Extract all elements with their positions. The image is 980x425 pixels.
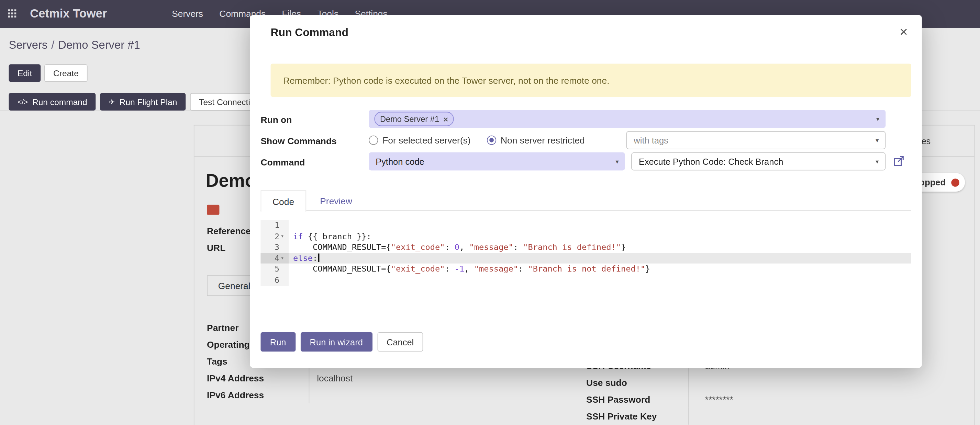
code-line[interactable]: if {{ branch }}: [289,231,911,242]
status-dot-icon [951,178,959,186]
breadcrumb-servers[interactable]: Servers [9,39,48,51]
warning-alert: Remember: Python code is executed on the… [271,64,911,97]
gutter-line[interactable]: 6 [261,274,289,285]
gutter-line[interactable]: 5 [261,264,289,274]
field-value [688,408,843,425]
show-commands-radios: For selected server(s) Non server restri… [369,131,585,149]
radio-non-server-restricted[interactable] [487,136,496,145]
fold-icon[interactable]: ▾ [279,255,289,261]
radio-non-server-restricted-label[interactable]: Non server restricted [501,135,585,145]
app-title[interactable]: Cetmix Tower [30,7,107,21]
field-value [309,387,455,403]
breadcrumb-current: Demo Server #1 [58,39,140,51]
field-value [688,374,843,391]
apps-grid-icon[interactable] [8,9,17,18]
paper-plane-icon: ✈ [109,97,115,106]
field-row: IPv4 Address localhost [207,370,454,387]
run-button[interactable]: Run [261,332,295,352]
modal-footer: Run Run in wizard Cancel [261,332,423,352]
command-label: Command [261,156,305,168]
field-value: localhost [309,370,455,387]
modal-title: Run Command [271,24,348,41]
tab-preview[interactable]: Preview [310,190,362,211]
run-command-modal: Run Command ✕ Remember: Python code is e… [250,15,922,368]
field-label: IPv6 Address [207,387,309,403]
run-flight-plan-button[interactable]: ✈ Run Flight Plan [100,93,186,111]
field-label: SSH Private Key [586,408,688,425]
command-type-select[interactable]: Python code ▾ [369,152,625,171]
edit-button[interactable]: Edit [9,64,41,82]
run-command-button[interactable]: </> Run command [9,93,96,111]
chip-remove-icon[interactable]: ✕ [443,115,449,123]
field-row: Use sudo [586,374,843,391]
gutter-line[interactable]: 2▾ [261,231,289,242]
field-label: Use sudo [586,374,688,391]
screen: Cetmix Tower Servers Commands Files Tool… [0,0,980,425]
run-in-wizard-button[interactable]: Run in wizard [300,332,372,352]
code-line[interactable]: COMMAND_RESULT={"exit_code": 0, "message… [289,242,911,253]
field-row: SSH Password ******** [586,391,843,408]
create-button[interactable]: Create [45,64,88,82]
editor-gutter: 12▾34▾56 [261,220,289,286]
radio-for-selected-servers-label[interactable]: For selected server(s) [382,135,471,145]
code-line[interactable] [289,274,911,285]
chevron-down-icon[interactable]: ▾ [875,136,879,143]
show-commands-label: Show Commands [261,135,336,147]
breadcrumb-separator: / [51,39,54,51]
breadcrumb: Servers/Demo Server #1 [9,39,140,52]
field-row: IPv6 Address [207,387,454,403]
server-color-swatch [207,205,219,215]
run-on-select[interactable]: Demo Server #1 ✕ ▾ [369,110,886,128]
fold-icon[interactable]: ▾ [279,233,289,239]
code-line[interactable]: COMMAND_RESULT={"exit_code": -1, "messag… [289,264,911,274]
close-icon[interactable]: ✕ [899,24,908,41]
tab-code[interactable]: Code [261,190,306,212]
field-row: SSH Private Key [586,408,843,425]
chevron-down-icon[interactable]: ▾ [875,158,879,165]
cancel-button[interactable]: Cancel [377,332,423,352]
external-link-icon[interactable] [892,155,905,167]
field-label: SSH Password [586,391,688,408]
menu-servers[interactable]: Servers [172,9,203,19]
form-buttons-row: Edit Create [9,64,87,82]
tags-select[interactable]: with tags ▾ [627,131,886,149]
code-icon: </> [18,98,28,106]
chevron-down-icon[interactable]: ▾ [876,115,879,122]
editor-lines: if {{ branch }}: COMMAND_RESULT={"exit_c… [289,220,911,285]
text-cursor [318,254,319,262]
field-value: ******** [688,391,843,408]
run-on-label: Run on [261,114,292,126]
code-line[interactable]: else: [289,253,911,264]
command-select[interactable]: Execute Python Code: Check Branch ▾ [631,152,886,171]
gutter-line[interactable]: 3 [261,242,289,253]
code-editor[interactable]: 12▾34▾56 if {{ branch }}: COMMAND_RESULT… [261,220,911,286]
action-buttons-row: </> Run command ✈ Run Flight Plan Test C… [9,93,268,111]
code-line[interactable] [289,220,911,231]
gutter-line[interactable]: 4▾ [261,253,289,264]
field-label: IPv4 Address [207,370,309,387]
server-chip[interactable]: Demo Server #1 ✕ [375,112,454,126]
chevron-down-icon[interactable]: ▾ [616,158,619,165]
radio-for-selected-servers[interactable] [369,136,378,145]
gutter-line[interactable]: 1 [261,220,289,231]
